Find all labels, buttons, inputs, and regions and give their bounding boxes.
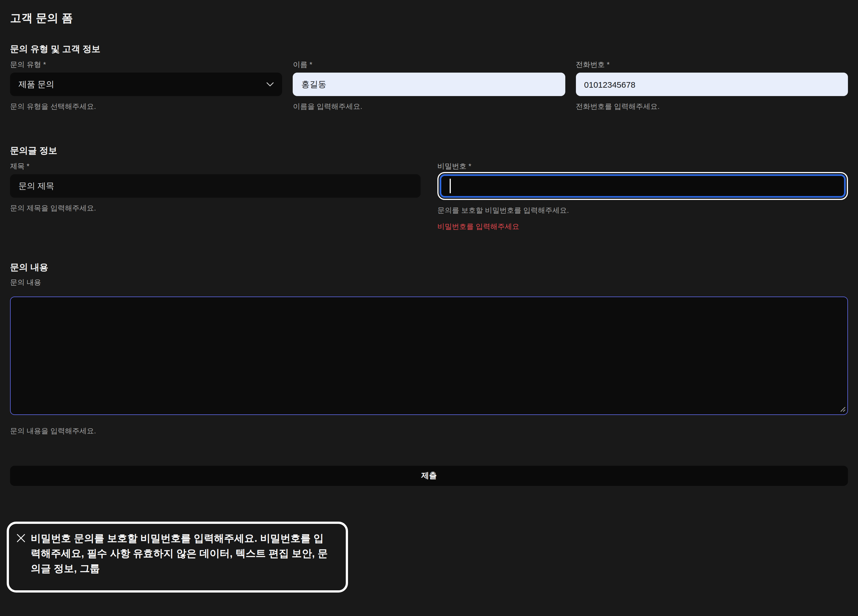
inquiry-type-helper: 문의 유형을 선택해주세요. — [10, 102, 282, 111]
content-textarea[interactable] — [10, 296, 848, 415]
viewport: 고객 문의 폼 문의 유형 및 고객 정보 문의 유형 * 제품 문의 문의 유… — [0, 0, 858, 616]
password-label: 비밀번호 * — [437, 162, 848, 171]
name-helper: 이름을 입력해주세요. — [293, 102, 565, 111]
content-textarea-wrap — [10, 296, 848, 415]
section-content-heading: 문의 내용 — [10, 262, 848, 273]
resize-handle-icon[interactable] — [838, 405, 846, 412]
post-fields-row: 제목 * 문의 제목을 입력해주세요. 비밀번호 * 문의를 보호할 비밀번호를… — [10, 157, 848, 231]
phone-helper: 전화번호를 입력해주세요. — [576, 102, 848, 111]
name-label: 이름 * — [293, 61, 565, 69]
field-phone: 전화번호 * 전화번호를 입력해주세요. — [576, 55, 848, 111]
field-password: 비밀번호 * 문의를 보호할 비밀번호를 입력해주세요. 비밀번호를 입력해주세… — [437, 157, 848, 231]
chevron-down-icon — [267, 82, 274, 87]
inquiry-type-select[interactable]: 제품 문의 — [10, 73, 282, 96]
field-inquiry-type: 문의 유형 * 제품 문의 문의 유형을 선택해주세요. — [10, 55, 282, 111]
title-helper: 문의 제목을 입력해주세요. — [10, 204, 421, 213]
toast-message: 비밀번호 문의를 보호할 비밀번호를 입력해주세요. 비밀번호를 입력해주세요,… — [31, 531, 334, 576]
inquiry-form: 고객 문의 폼 문의 유형 및 고객 정보 문의 유형 * 제품 문의 문의 유… — [0, 0, 858, 486]
password-helper: 문의를 보호할 비밀번호를 입력해주세요. — [437, 206, 848, 215]
title-label: 제목 * — [10, 162, 421, 171]
section-customer-heading: 문의 유형 및 고객 정보 — [10, 43, 848, 55]
content-helper: 문의 내용을 입력해주세요. — [10, 427, 848, 436]
inquiry-type-value: 제품 문의 — [19, 79, 54, 90]
submit-button[interactable]: 제출 — [10, 466, 848, 486]
phone-label: 전화번호 * — [576, 61, 848, 69]
password-input[interactable] — [440, 174, 846, 198]
phone-input[interactable] — [576, 73, 848, 96]
close-icon[interactable] — [16, 533, 26, 543]
validation-toast: 비밀번호 문의를 보호할 비밀번호를 입력해주세요. 비밀번호를 입력해주세요,… — [7, 521, 348, 593]
field-title: 제목 * 문의 제목을 입력해주세요. — [10, 157, 421, 231]
section-customer-info: 문의 유형 및 고객 정보 문의 유형 * 제품 문의 문의 유형을 선택해주세… — [10, 43, 848, 111]
text-caret — [450, 179, 451, 193]
field-name: 이름 * 이름을 입력해주세요. — [293, 55, 565, 111]
section-content: 문의 내용 문의 내용 문의 내용을 입력해주세요. — [10, 262, 848, 436]
page-title: 고객 문의 폼 — [10, 11, 848, 25]
customer-fields-row: 문의 유형 * 제품 문의 문의 유형을 선택해주세요. 이름 * 이름을 입력… — [10, 55, 848, 111]
name-input[interactable] — [293, 73, 565, 96]
section-post-info: 문의글 정보 제목 * 문의 제목을 입력해주세요. 비밀번호 * 문의를 보호… — [10, 145, 848, 231]
title-input[interactable] — [10, 174, 421, 198]
section-post-heading: 문의글 정보 — [10, 145, 848, 157]
password-focus-ring — [437, 172, 848, 200]
content-label: 문의 내용 — [10, 278, 848, 287]
password-error: 비밀번호를 입력해주세요 — [437, 222, 848, 231]
inquiry-type-label: 문의 유형 * — [10, 61, 282, 69]
